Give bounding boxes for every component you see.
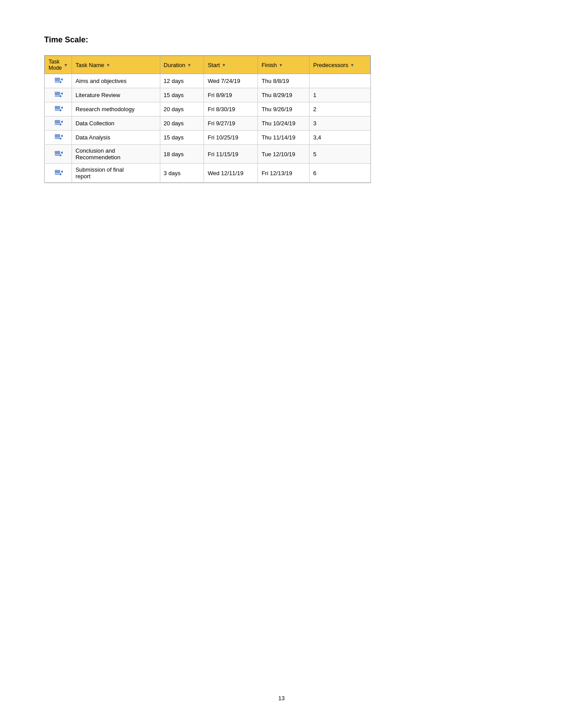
svg-marker-3 [60, 81, 62, 83]
finish-cell: Thu 9/26/19 [258, 102, 310, 116]
col-header-predecessors[interactable]: Predecessors ▼ [310, 56, 370, 74]
col-label-duration: Duration [164, 62, 185, 68]
svg-marker-23 [60, 154, 62, 157]
svg-marker-27 [60, 173, 62, 176]
task-mode-cell [45, 116, 72, 131]
task-mode-cell [45, 74, 72, 88]
predecessors-cell [310, 74, 370, 88]
dropdown-arrow-finish[interactable]: ▼ [279, 63, 283, 68]
start-cell: Wed 7/24/19 [204, 74, 258, 88]
table-row: Submission of finalreport3 daysWed 12/11… [45, 164, 370, 183]
duration-cell: 15 days [160, 88, 204, 102]
svg-rect-20 [55, 151, 60, 154]
task-mode-icon [54, 153, 63, 159]
table-row: Research methodology20 daysFri 8/30/19Th… [45, 102, 370, 116]
task-mode-icon [54, 79, 63, 86]
col-label-task-mode: TaskMode [49, 59, 62, 71]
task-name-cell: Data Collection [72, 116, 160, 131]
col-header-duration[interactable]: Duration ▼ [160, 56, 204, 74]
task-mode-cell [45, 102, 72, 116]
svg-rect-4 [55, 92, 60, 95]
svg-marker-19 [60, 137, 62, 140]
finish-cell: Thu 8/8/19 [258, 74, 310, 88]
svg-marker-7 [60, 95, 62, 98]
svg-marker-21 [60, 151, 63, 154]
col-header-task-name[interactable]: Task Name ▼ [72, 56, 160, 74]
finish-cell: Thu 10/24/19 [258, 116, 310, 131]
predecessors-cell: 3 [310, 116, 370, 131]
predecessors-cell: 6 [310, 164, 370, 183]
duration-cell: 20 days [160, 116, 204, 131]
col-label-finish: Finish [261, 62, 277, 68]
page-title: Time Scale: [44, 35, 519, 45]
task-mode-icon [54, 108, 63, 114]
dropdown-arrow-task-mode[interactable]: ▼ [64, 63, 68, 68]
predecessors-cell: 3,4 [310, 131, 370, 145]
dropdown-arrow-predecessors[interactable]: ▼ [350, 63, 355, 68]
svg-marker-9 [60, 106, 63, 109]
finish-cell: Tue 12/10/19 [258, 145, 310, 164]
task-mode-cell [45, 145, 72, 164]
col-header-start[interactable]: Start ▼ [204, 56, 258, 74]
svg-rect-24 [55, 170, 60, 173]
task-mode-icon [54, 122, 63, 128]
task-mode-icon [54, 136, 63, 143]
task-mode-icon [54, 172, 63, 178]
page-number: 13 [278, 695, 284, 702]
table-row: Conclusion andRecommendetion18 daysFri 1… [45, 145, 370, 164]
task-name-cell: Submission of finalreport [72, 164, 160, 183]
start-cell: Fri 11/15/19 [204, 145, 258, 164]
col-label-start: Start [208, 62, 219, 68]
dropdown-arrow-duration[interactable]: ▼ [187, 63, 192, 68]
col-label-predecessors: Predecessors [313, 62, 348, 68]
svg-marker-11 [60, 109, 62, 112]
col-header-task-mode[interactable]: TaskMode ▼ [45, 56, 72, 74]
task-name-cell: Data Analysis [72, 131, 160, 145]
gantt-table: TaskMode ▼ Task Name ▼ Duration ▼ [45, 56, 370, 183]
task-mode-cell [45, 88, 72, 102]
predecessors-cell: 2 [310, 102, 370, 116]
col-label-task-name: Task Name [76, 62, 104, 68]
start-cell: Fri 8/30/19 [204, 102, 258, 116]
task-name-cell: Aims and objectives [72, 74, 160, 88]
dropdown-arrow-task-name[interactable]: ▼ [106, 63, 110, 68]
task-name-cell: Literature Review [72, 88, 160, 102]
finish-cell: Thu 11/14/19 [258, 131, 310, 145]
table-row: Aims and objectives12 daysWed 7/24/19Thu… [45, 74, 370, 88]
svg-marker-15 [60, 123, 62, 126]
svg-marker-5 [60, 92, 63, 95]
table-row: Data Collection20 daysFri 9/27/19Thu 10/… [45, 116, 370, 131]
duration-cell: 3 days [160, 164, 204, 183]
duration-cell: 20 days [160, 102, 204, 116]
svg-marker-1 [60, 78, 63, 81]
predecessors-cell: 1 [310, 88, 370, 102]
svg-rect-12 [55, 120, 60, 124]
dropdown-arrow-start[interactable]: ▼ [222, 63, 226, 68]
col-header-finish[interactable]: Finish ▼ [258, 56, 310, 74]
svg-rect-16 [55, 134, 60, 138]
svg-rect-8 [55, 106, 60, 109]
duration-cell: 12 days [160, 74, 204, 88]
task-mode-icon [54, 94, 63, 100]
finish-cell: Thu 8/29/19 [258, 88, 310, 102]
task-mode-cell [45, 131, 72, 145]
table-row: Data Analysis15 daysFri 10/25/19Thu 11/1… [45, 131, 370, 145]
svg-rect-0 [55, 78, 60, 81]
task-name-cell: Research methodology [72, 102, 160, 116]
table-row: Literature Review15 daysFri 8/9/19Thu 8/… [45, 88, 370, 102]
duration-cell: 15 days [160, 131, 204, 145]
duration-cell: 18 days [160, 145, 204, 164]
svg-marker-25 [60, 170, 63, 173]
task-mode-cell [45, 164, 72, 183]
gantt-table-wrapper: TaskMode ▼ Task Name ▼ Duration ▼ [44, 55, 371, 183]
start-cell: Fri 9/27/19 [204, 116, 258, 131]
start-cell: Fri 10/25/19 [204, 131, 258, 145]
start-cell: Wed 12/11/19 [204, 164, 258, 183]
start-cell: Fri 8/9/19 [204, 88, 258, 102]
svg-marker-17 [60, 135, 63, 137]
predecessors-cell: 5 [310, 145, 370, 164]
finish-cell: Fri 12/13/19 [258, 164, 310, 183]
table-header-row: TaskMode ▼ Task Name ▼ Duration ▼ [45, 56, 370, 74]
task-name-cell: Conclusion andRecommendetion [72, 145, 160, 164]
svg-marker-13 [60, 120, 63, 123]
